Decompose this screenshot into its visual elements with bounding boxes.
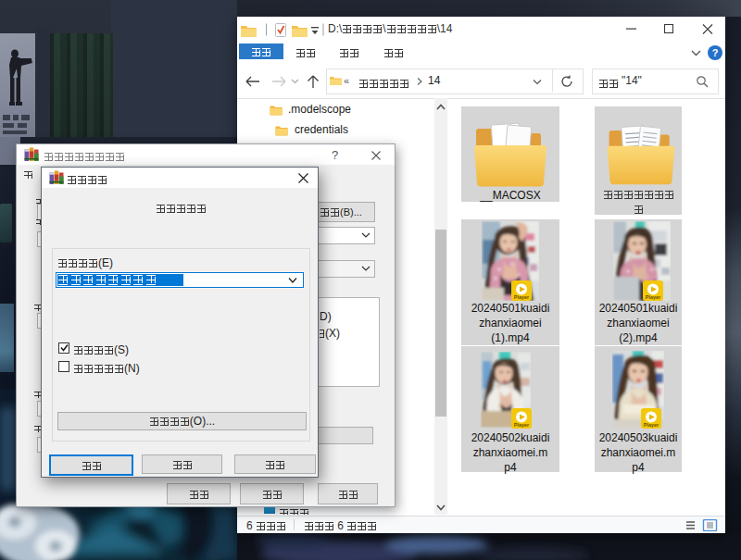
svg-text:Player: Player [644, 422, 659, 428]
svg-text:Player: Player [514, 294, 530, 300]
svg-text:Player: Player [514, 422, 530, 428]
svg-text:Player: Player [646, 294, 661, 300]
svg-text:?: ? [712, 47, 719, 58]
